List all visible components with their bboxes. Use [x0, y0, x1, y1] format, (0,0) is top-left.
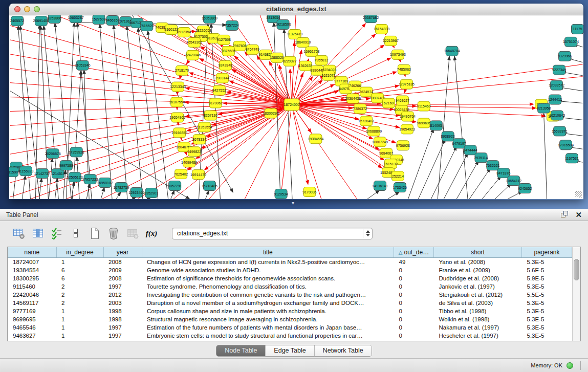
cell-out_degree[interactable]: 0 — [394, 307, 434, 315]
network-node[interactable]: 9699695 — [417, 118, 431, 128]
cell-name[interactable]: 9463627 — [8, 332, 56, 340]
column-header-out_degree[interactable]: △out_de… — [394, 247, 434, 257]
network-node[interactable]: 2903144 — [215, 73, 229, 83]
window-resize-grip[interactable] — [575, 191, 582, 198]
table-row[interactable]: 2242004622012Investigating the contribut… — [8, 291, 572, 299]
split-pane-handle[interactable]: ▾ — [292, 201, 294, 206]
network-node[interactable]: 12923466 — [128, 188, 144, 198]
function-builder-icon[interactable]: f(x) — [145, 227, 158, 240]
network-node[interactable]: 10688809 — [366, 126, 382, 136]
cell-title[interactable]: Embryonic stem cells: a model to study s… — [142, 332, 394, 340]
column-header-year[interactable]: year — [103, 247, 142, 257]
network-node[interactable]: 8352901 — [144, 188, 158, 198]
cell-title[interactable]: Investigating the contribution of common… — [142, 291, 394, 299]
cell-out_degree[interactable]: 49 — [394, 257, 434, 266]
cell-in_degree[interactable]: 2 — [56, 291, 103, 299]
cell-in_degree[interactable]: 6 — [56, 266, 103, 274]
network-node[interactable]: 20387682 — [363, 15, 379, 23]
new-table-icon[interactable] — [88, 227, 101, 240]
network-graph[interactable]: 1872400774638229160123891235418226058912… — [9, 15, 583, 199]
network-node[interactable]: 9127508 — [217, 35, 231, 45]
network-node[interactable]: 9329966 — [558, 51, 572, 61]
cell-pagerank[interactable]: 5.3E-5 — [522, 282, 572, 291]
network-edge[interactable] — [209, 105, 292, 199]
network-node[interactable]: 19495764 — [400, 112, 416, 121]
table-row[interactable]: 1456911722003Disruption of a novel membe… — [8, 299, 572, 307]
cell-pagerank[interactable]: 5.9E-5 — [522, 274, 572, 282]
network-node[interactable]: 62160 — [383, 98, 395, 108]
cell-pagerank[interactable]: 5.5E-5 — [522, 291, 572, 299]
cell-year[interactable]: 2003 — [103, 299, 142, 307]
network-edge[interactable] — [49, 158, 52, 199]
network-edge[interactable] — [138, 28, 158, 199]
network-node[interactable]: 9756928 — [396, 141, 410, 150]
zoom-window-button[interactable] — [34, 6, 40, 12]
network-node[interactable]: 14099489 — [181, 158, 197, 167]
cell-title[interactable]: Tourette syndrome. Phenomenology and cla… — [142, 282, 394, 291]
network-node[interactable]: 1733426 — [393, 183, 407, 192]
cell-year[interactable]: 1998 — [103, 307, 142, 315]
cell-year[interactable]: 1997 — [103, 332, 142, 340]
cell-in_degree[interactable]: 1 — [56, 307, 103, 315]
network-edge[interactable] — [101, 187, 104, 199]
network-node[interactable]: 2935114 — [474, 153, 488, 163]
cell-in_degree[interactable]: 1 — [56, 315, 103, 323]
cell-year[interactable]: 1997 — [103, 323, 142, 332]
network-node[interactable]: 7485063 — [397, 64, 411, 74]
network-node[interactable]: 16914479 — [190, 170, 206, 180]
network-node[interactable]: 9997588 — [59, 161, 73, 170]
network-node[interactable]: 18724007 — [284, 99, 300, 111]
cell-year[interactable]: 2009 — [103, 266, 142, 274]
cell-out_degree[interactable]: 0 — [394, 332, 434, 340]
network-node[interactable]: 12213967 — [383, 36, 399, 46]
network-node[interactable]: 18300295 — [263, 108, 279, 118]
network-node[interactable]: 10973493 — [390, 50, 406, 59]
show-columns-icon[interactable] — [31, 227, 45, 240]
network-node[interactable]: 9253806 — [48, 15, 61, 23]
network-node[interactable]: 1167531 — [565, 154, 579, 163]
network-node[interactable]: 9499822 — [187, 147, 201, 157]
cell-in_degree[interactable]: 2 — [56, 299, 103, 307]
cell-short[interactable]: Tibbo et al. (1998) — [434, 307, 522, 315]
network-node[interactable]: 19654923 — [399, 124, 415, 134]
network-edge[interactable] — [454, 56, 468, 199]
network-node[interactable]: 10653287 — [68, 15, 84, 23]
network-node[interactable]: 16210643 — [549, 111, 565, 120]
network-node[interactable]: 8220377 — [282, 56, 296, 66]
network-node[interactable]: 6479197 — [452, 139, 466, 148]
cell-out_degree[interactable]: 0 — [394, 323, 434, 332]
cell-year[interactable]: 2012 — [103, 291, 142, 299]
cell-year[interactable]: 2008 — [103, 274, 142, 282]
network-node[interactable]: 19218506 — [275, 19, 291, 29]
delete-table-icon[interactable] — [107, 227, 120, 240]
cell-in_degree[interactable]: 1 — [56, 257, 103, 266]
table-row[interactable]: 946362711997Embryonic stem cells: a mode… — [8, 332, 572, 340]
network-node[interactable]: 9857791 — [168, 181, 182, 191]
network-node[interactable]: 331590 — [9, 167, 18, 177]
cell-title[interactable]: Changes of HCN gene expression and I(f) … — [142, 257, 394, 266]
network-node[interactable]: 16961758 — [303, 47, 319, 56]
network-node[interactable]: 8912354 — [177, 27, 191, 37]
network-node[interactable]: 1615132 — [384, 159, 398, 169]
network-node[interactable]: 18640910 — [295, 37, 311, 47]
network-node[interactable]: 9242848 — [219, 60, 232, 70]
cell-pagerank[interactable]: 5.6E-5 — [522, 266, 572, 274]
cell-title[interactable]: Disruption of a novel member of a sodium… — [142, 299, 394, 307]
network-edge[interactable] — [292, 105, 321, 199]
network-node[interactable]: 9463627 — [396, 96, 409, 105]
network-edge[interactable] — [205, 190, 209, 199]
table-row[interactable]: 1830029562008Estimation of significance … — [8, 274, 572, 282]
network-node[interactable]: 2718170 — [175, 65, 189, 75]
cell-out_degree[interactable]: 0 — [394, 291, 434, 299]
cell-name[interactable]: 14569117 — [8, 299, 56, 307]
cell-short[interactable]: Yano et al. (2008) — [434, 257, 522, 266]
network-node[interactable]: 7632621 — [486, 161, 499, 170]
network-edge[interactable] — [171, 190, 175, 199]
cell-pagerank[interactable]: 5.3E-5 — [522, 323, 572, 332]
cell-out_degree[interactable]: 0 — [394, 266, 434, 274]
cell-year[interactable]: 1997 — [103, 282, 142, 291]
cell-in_degree[interactable]: 1 — [56, 323, 103, 332]
cell-in_degree[interactable]: 1 — [56, 332, 103, 340]
network-edge[interactable] — [10, 83, 292, 105]
network-edge[interactable] — [388, 192, 400, 199]
